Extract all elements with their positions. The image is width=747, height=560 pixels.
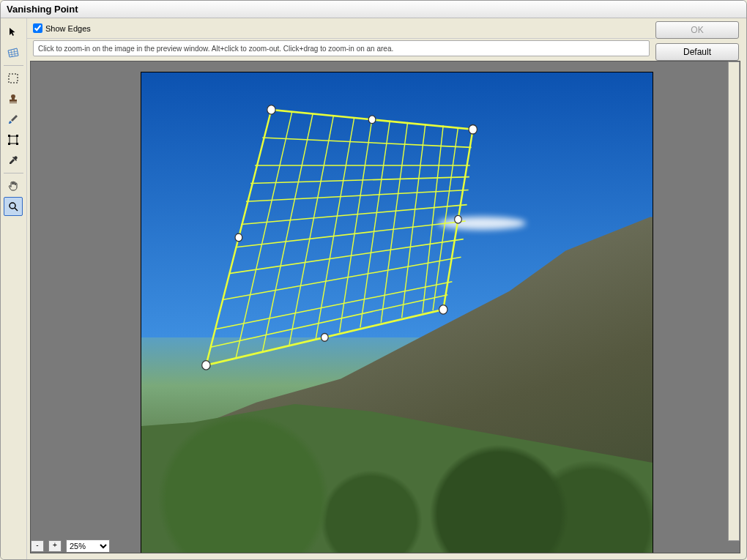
marquee-tool[interactable]	[4, 69, 23, 88]
tool-divider	[4, 173, 23, 173]
show-edges-label: Show Edges	[45, 24, 91, 33]
window-title: Vanishing Point	[7, 4, 78, 15]
brush-icon	[8, 114, 18, 124]
arrow-tool[interactable]	[4, 23, 23, 42]
zoom-in-button[interactable]: +	[48, 540, 62, 552]
svg-rect-1	[10, 136, 17, 143]
preview-canvas[interactable]	[30, 61, 740, 553]
svg-rect-5	[16, 143, 18, 145]
zoom-tool[interactable]	[4, 197, 23, 216]
transform-icon	[8, 135, 18, 145]
magnifier-icon	[8, 201, 18, 212]
hand-icon	[8, 181, 18, 191]
create-plane-tool[interactable]	[4, 43, 23, 62]
arrow-icon	[8, 27, 18, 37]
vertical-scrollbar[interactable]	[728, 61, 740, 541]
status-hint: Click to zoom-in on the image in the pre…	[33, 40, 650, 56]
zoom-select[interactable]: 25%	[66, 540, 110, 553]
svg-point-6	[10, 203, 15, 209]
svg-rect-0	[9, 74, 18, 83]
zoom-controls: - + 25%	[31, 540, 110, 553]
hand-tool[interactable]	[4, 176, 23, 195]
marquee-icon	[8, 73, 18, 83]
show-edges-checkbox[interactable]: Show Edges	[33, 23, 91, 33]
transform-tool[interactable]	[4, 130, 23, 149]
brush-tool[interactable]	[4, 110, 23, 129]
zoom-out-button[interactable]: -	[31, 540, 44, 552]
tool-divider	[4, 65, 23, 66]
svg-rect-2	[8, 135, 10, 137]
show-edges-input[interactable]	[33, 23, 42, 33]
grid-plane-icon	[7, 48, 19, 58]
svg-rect-4	[8, 143, 10, 145]
dialog-buttons: OK Default	[655, 18, 746, 61]
toolbar	[1, 18, 27, 559]
svg-point-7	[202, 361, 210, 370]
image-preview[interactable]	[141, 72, 653, 553]
eyedropper-icon	[8, 155, 18, 165]
default-button[interactable]: Default	[655, 43, 739, 61]
stamp-icon	[8, 94, 18, 104]
eyedropper-tool[interactable]	[4, 151, 23, 170]
status-hint-text: Click to zoom-in on the image in the pre…	[38, 45, 393, 53]
options-bar: Show Edges	[27, 18, 655, 39]
ok-button[interactable]: OK	[655, 21, 739, 39]
svg-rect-3	[16, 135, 18, 137]
stamp-tool[interactable]	[4, 89, 23, 108]
title-bar: Vanishing Point	[1, 1, 746, 18]
